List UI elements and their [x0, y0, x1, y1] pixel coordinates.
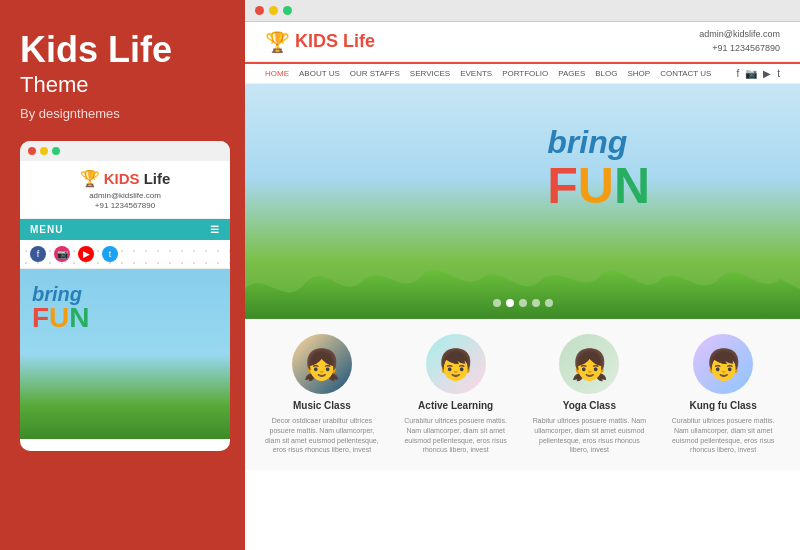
active-avatar-icon: 👦	[437, 347, 474, 382]
nav-services[interactable]: SERVICES	[410, 69, 450, 78]
nav-contact[interactable]: CONTACT US	[660, 69, 711, 78]
by-line: By designthemes	[20, 106, 225, 121]
yoga-class-avatar: 👧	[559, 334, 619, 394]
mobile-logo: 🏆 KIDS Life	[80, 169, 171, 188]
nav-social: f 📷 ▶ t	[736, 68, 780, 79]
grass-layer	[245, 259, 800, 319]
maximize-icon	[52, 147, 60, 155]
minimize-icon	[40, 147, 48, 155]
mobile-window-controls	[20, 141, 230, 161]
desktop-logo: 🏆 KIDS Life	[265, 30, 375, 54]
nav-shop[interactable]: SHOP	[627, 69, 650, 78]
fun-f: F	[32, 302, 49, 333]
desktop-fun-text: bring FUN	[547, 124, 650, 211]
dfun-f: F	[547, 158, 578, 214]
browser-maximize-icon	[283, 6, 292, 15]
main-title: Kids Life Theme By designthemes	[20, 30, 225, 121]
trophy-icon: 🏆	[80, 169, 100, 188]
desktop-life-text: Life	[343, 31, 375, 51]
desktop-header: 🏆 KIDS Life admin@kidslife.com +91 12345…	[245, 22, 800, 62]
music-class-title: Music Class	[265, 400, 379, 411]
bring-text: bring	[32, 284, 90, 304]
title-line2: Theme	[20, 72, 225, 98]
nav-links: HOME ABOUT US OUR STAFFS SERVICES EVENTS…	[265, 69, 711, 78]
music-avatar-icon: 👧	[303, 347, 340, 382]
desktop-bring-text: bring	[547, 124, 650, 161]
right-panel: 🏆 KIDS Life admin@kidslife.com +91 12345…	[245, 0, 800, 550]
browser-close-icon	[255, 6, 264, 15]
browser-chrome	[245, 0, 800, 22]
mobile-preview-card: 🏆 KIDS Life admin@kidslife.com +91 12345…	[20, 141, 230, 451]
twitter-icon[interactable]: t	[102, 246, 118, 262]
fun-u: U	[49, 302, 69, 333]
desktop-header-wrap: 🏆 KIDS Life admin@kidslife.com +91 12345…	[245, 22, 800, 62]
nav-blog[interactable]: BLOG	[595, 69, 617, 78]
desktop-phone: +91 1234567890	[699, 42, 780, 56]
yoga-avatar-icon: 👧	[571, 347, 608, 382]
dfun-u: U	[578, 158, 614, 214]
active-learning-avatar: 👦	[426, 334, 486, 394]
mobile-email: admin@kidslife.com	[89, 191, 161, 200]
carousel-dot-2[interactable]	[506, 299, 514, 307]
fun-n: N	[69, 302, 89, 333]
nav-portfolio[interactable]: PORTFOLIO	[502, 69, 548, 78]
desktop-kids-text: KIDS	[295, 31, 338, 51]
desktop-trophy-icon: 🏆	[265, 30, 290, 54]
carousel-dot-1[interactable]	[493, 299, 501, 307]
mobile-logo-text: KIDS Life	[104, 170, 171, 187]
active-learning-desc: Curabitur ultrices posuere mattis. Nam u…	[399, 416, 513, 455]
hamburger-icon[interactable]: ☰	[210, 224, 220, 235]
desktop-fun-letters: FUN	[547, 161, 650, 211]
active-learning-title: Active Learning	[399, 400, 513, 411]
desktop-email: admin@kidslife.com	[699, 28, 780, 42]
carousel-dot-3[interactable]	[519, 299, 527, 307]
classes-section: 👧 Music Class Decor ostdicaer urabiltur …	[245, 319, 800, 470]
kungfu-class-avatar: 👦	[693, 334, 753, 394]
mobile-fun-text: bring FUN	[32, 284, 90, 332]
nav-youtube-icon[interactable]: ▶	[763, 68, 771, 79]
mobile-menu-label: MENU	[30, 224, 63, 235]
mobile-phone: +91 1234567890	[95, 201, 155, 210]
carousel-dots	[493, 299, 553, 307]
nav-events[interactable]: EVENTS	[460, 69, 492, 78]
kungfu-class-desc: Curabitur ultrices posuere mattis. Nam u…	[666, 416, 780, 455]
life-text: Life	[144, 170, 171, 187]
browser-minimize-icon	[269, 6, 278, 15]
nav-about[interactable]: ABOUT US	[299, 69, 340, 78]
yoga-class-title: Yoga Class	[533, 400, 647, 411]
music-class-desc: Decor ostdicaer urabiltur ultrices posue…	[265, 416, 379, 455]
nav-staffs[interactable]: OUR STAFFS	[350, 69, 400, 78]
mobile-social-bar: f 📷 ▶ t	[20, 240, 230, 269]
mobile-menu-bar[interactable]: MENU ☰	[20, 219, 230, 240]
yoga-class-desc: Rabitur ultrices posuere mattis. Nam ull…	[533, 416, 647, 455]
youtube-icon[interactable]: ▶	[78, 246, 94, 262]
nav-home[interactable]: HOME	[265, 69, 289, 78]
kungfu-class-card: 👦 Kung fu Class Curabitur ultrices posue…	[666, 334, 780, 455]
grass-mobile	[20, 404, 230, 439]
carousel-dot-5[interactable]	[545, 299, 553, 307]
mobile-contact-info: admin@kidslife.com +91 1234567890	[89, 191, 161, 210]
dfun-n: N	[614, 158, 650, 214]
mobile-hero: bring FUN	[20, 269, 230, 439]
nav-facebook-icon[interactable]: f	[736, 68, 739, 79]
desktop-nav[interactable]: HOME ABOUT US OUR STAFFS SERVICES EVENTS…	[245, 62, 800, 84]
desktop-logo-text: KIDS Life	[295, 31, 375, 52]
desktop-site: 🏆 KIDS Life admin@kidslife.com +91 12345…	[245, 22, 800, 548]
facebook-icon[interactable]: f	[30, 246, 46, 262]
nav-pages[interactable]: PAGES	[558, 69, 585, 78]
nav-instagram-icon[interactable]: 📷	[745, 68, 757, 79]
kungfu-avatar-icon: 👦	[705, 347, 742, 382]
mobile-site-header: 🏆 KIDS Life admin@kidslife.com +91 12345…	[20, 161, 230, 219]
title-line1: Kids Life	[20, 30, 225, 70]
kungfu-class-title: Kung fu Class	[666, 400, 780, 411]
music-class-avatar: 👧	[292, 334, 352, 394]
nav-twitter-icon[interactable]: t	[777, 68, 780, 79]
grass-svg	[245, 259, 800, 319]
left-panel: Kids Life Theme By designthemes 🏆 KIDS L…	[0, 0, 245, 550]
active-learning-card: 👦 Active Learning Curabitur ultrices pos…	[399, 334, 513, 455]
desktop-contact: admin@kidslife.com +91 1234567890	[699, 28, 780, 55]
carousel-dot-4[interactable]	[532, 299, 540, 307]
instagram-icon[interactable]: 📷	[54, 246, 70, 262]
desktop-hero: bring FUN	[245, 84, 800, 319]
mobile-site-content: 🏆 KIDS Life admin@kidslife.com +91 12345…	[20, 161, 230, 439]
